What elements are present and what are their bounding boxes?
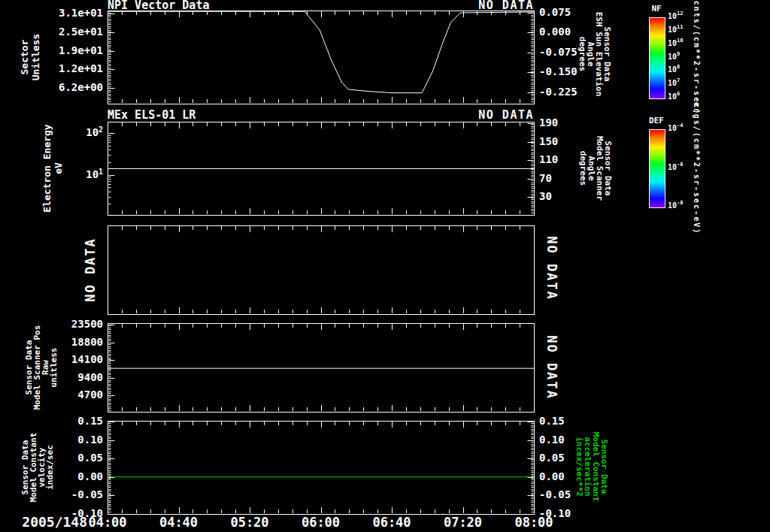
colorbar-def-tick-0: 10-4 (668, 125, 683, 133)
panel-2-ytick-right-0: 190 (539, 117, 558, 128)
panel-1-ytick-right-3: -0.150 (539, 66, 578, 77)
panel-5-ytick-right-3: 0.00 (539, 471, 565, 482)
panel-1-ytick-right-0: 0.075 (539, 7, 571, 18)
panel-2-ytick-right-2: 110 (539, 154, 558, 165)
panel-3-left-status: NO DATA (84, 237, 97, 302)
time-tick-3: 06:00 (291, 516, 351, 530)
colorbar-nf-tick-2: 1010 (668, 40, 683, 48)
panel-5-ytick-right-1: 0.10 (539, 434, 565, 446)
panel-1-right-axis-label: Sensor DataESH Sun ElevationAngledegrees (578, 12, 611, 97)
panel-1-ytick-left-4: 6.2e+00 (0, 82, 103, 93)
panel-1-ytick-right-4: -0.225 (539, 86, 578, 98)
date-label: 2005/148 (6, 515, 87, 530)
colorbar-nf-tick-6: 106 (668, 93, 680, 101)
panel-5-right-axis-label: Sensor DataModel Constantaccelerationinc… (575, 432, 608, 502)
panel-1-ytick-left-2: 1.9e+01 (0, 45, 103, 56)
colorbar-def-title: DEF (646, 116, 667, 125)
panel-2-status: NO DATA (323, 110, 534, 122)
panel-2-title: MEx ELS-01 LR (108, 110, 196, 122)
panel-1-ytick-right-2: -0.075 (539, 47, 578, 58)
panel-2-ytick-right-3: 70 (539, 173, 552, 184)
time-tick-4: 06:40 (362, 516, 422, 530)
panel-1-title: NPI Vector Data (108, 0, 209, 12)
time-tick-6: 08:00 (504, 516, 564, 530)
colorbar-nf-tick-3: 109 (668, 53, 680, 62)
panel-5-ytick-right-0: 0.15 (539, 416, 565, 427)
colorbar-nf-unit-label: cnts/(cm**2-sr-sec) (693, 0, 701, 114)
panel-5-left-axis-label: Sensor DataModel Constantvelocityindex/s… (21, 433, 54, 503)
esh-sun-elevation-angle (108, 11, 534, 92)
panel-5-ytick-right-4: -0.05 (539, 489, 571, 500)
cdaweb-plot-screen: NPI Vector DataNO DATA3.1e+012.5e+011.9e… (0, 0, 770, 532)
time-tick-1: 04:40 (149, 516, 209, 530)
colorbar-nf-title: NF (646, 5, 667, 14)
panel-1-ytick-left-0: 3.1e+01 (0, 8, 103, 19)
panel-1-ytick-left-1: 2.5e+01 (0, 26, 103, 38)
colorbar-nf-tick-4: 108 (668, 66, 680, 74)
panel-3-right-status: NO DATA (545, 236, 558, 301)
panel-5-ytick-right-2: 0.05 (539, 452, 565, 464)
colorbar-def-bar (649, 129, 665, 208)
panel-2-ytick-right-1: 150 (539, 136, 558, 147)
colorbar-nf-tick-0: 1012 (668, 13, 683, 21)
panel-5-ytick-left-0: 0.15 (0, 416, 103, 427)
colorbar-def-tick-1: 10-6 (668, 164, 683, 172)
panel-1-ytick-left-3: 1.2e+01 (0, 63, 103, 74)
colorbar-nf-tick-1: 1011 (668, 26, 683, 35)
colorbar-nf-bar (649, 17, 665, 99)
panel-4-right-status: NO DATA (545, 335, 558, 400)
colorbar-nf-tick-5: 107 (668, 80, 680, 88)
panel-4-left-axis-label: Sensor DataModel Scanner PosRawunitless (25, 325, 58, 410)
panel-1-ytick-right-1: 0.000 (539, 26, 571, 38)
panel-2-right-axis-label: Sensor DataModel ScannerAngledegrees (579, 136, 612, 201)
panel-2-ytick-right-4: 30 (539, 191, 552, 202)
time-tick-2: 05:20 (220, 516, 280, 530)
colorbar-def-tick-2: 10-8 (668, 202, 683, 210)
panel-2-left-axis-label: Electron EnergyeV (41, 124, 64, 212)
panel-1-status: NO DATA (323, 0, 534, 12)
panel-1-left-axis-label: SectorUnitless (19, 34, 41, 81)
time-tick-5: 07:20 (433, 516, 493, 530)
colorbar-def-unit-label: ergs/(cm**2-sr-sec-eV) (693, 101, 701, 234)
